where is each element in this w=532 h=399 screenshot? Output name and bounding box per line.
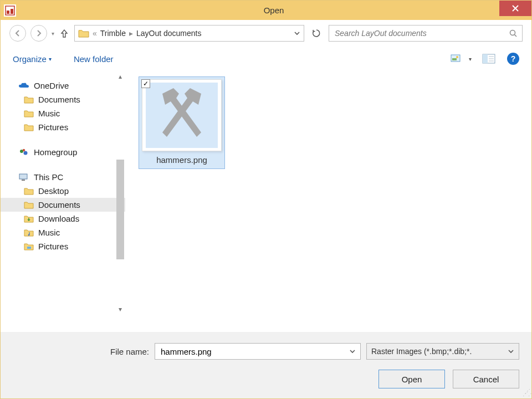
tree-item-desktop[interactable]: Desktop: [1, 184, 125, 198]
tree-item-pictures[interactable]: Pictures: [1, 239, 125, 253]
folder-icon: [24, 242, 34, 251]
svg-point-9: [456, 56, 458, 58]
address-dropdown-icon[interactable]: [294, 30, 300, 37]
tree-item-onedrive-music[interactable]: Music: [1, 106, 125, 120]
scroll-thumb[interactable]: [116, 160, 124, 259]
folder-icon: [24, 214, 34, 223]
nav-row: ▾ « Trimble ▸ LayOut documents: [1, 20, 531, 47]
open-dialog: Open ▾ « Trimble ▸ LayOut documents: [0, 0, 532, 399]
breadcrumb-prefix: «: [93, 29, 97, 38]
bottom-panel: File name: Raster Images (*.bmp;*.dib;*.…: [1, 332, 531, 398]
app-icon: [4, 4, 16, 17]
recent-locations-dropdown-icon[interactable]: ▾: [52, 30, 54, 37]
new-folder-button[interactable]: New folder: [74, 54, 114, 64]
title-bar: Open: [1, 1, 531, 20]
tree-header-homegroup[interactable]: Homegroup: [1, 145, 125, 159]
tree-item-music[interactable]: Music: [1, 226, 125, 239]
search-input[interactable]: [334, 28, 509, 38]
svg-rect-19: [22, 180, 25, 181]
chevron-right-icon: ▸: [129, 29, 133, 38]
help-button[interactable]: ?: [507, 53, 519, 65]
svg-rect-8: [452, 58, 457, 60]
button-row: Open Cancel: [13, 370, 519, 388]
address-bar[interactable]: « Trimble ▸ LayOut documents: [74, 25, 304, 42]
refresh-button[interactable]: [309, 25, 324, 41]
resize-grip-icon[interactable]: ⋰⋰⋰: [523, 390, 530, 397]
back-button[interactable]: [9, 25, 26, 42]
scroll-down-icon[interactable]: ▾: [115, 304, 125, 315]
breadcrumb-part-0[interactable]: Trimble: [100, 29, 126, 38]
chevron-down-icon: ▾: [49, 56, 52, 62]
homegroup-icon: [18, 148, 29, 157]
this-pc-icon: [18, 173, 29, 182]
folder-icon: [24, 123, 34, 132]
file-name-label: File name:: [13, 347, 149, 356]
svg-point-17: [23, 149, 25, 151]
file-item[interactable]: ✓ hammers.png: [139, 76, 225, 169]
svg-rect-18: [19, 174, 27, 179]
tree-scrollbar[interactable]: ▴ ▾: [115, 71, 125, 315]
chevron-down-icon[interactable]: [349, 348, 356, 355]
file-name-input[interactable]: [160, 346, 349, 357]
up-button[interactable]: [59, 28, 70, 39]
file-name-combobox[interactable]: [155, 343, 361, 360]
cancel-button[interactable]: Cancel: [453, 370, 519, 388]
view-dropdown-icon[interactable]: ▾: [469, 56, 472, 62]
tree-item-onedrive-documents[interactable]: Documents: [1, 93, 125, 106]
tree-item-documents[interactable]: Documents: [1, 198, 125, 212]
view-mode-button[interactable]: [450, 51, 466, 66]
svg-rect-2: [11, 9, 13, 14]
nav-tree: OneDrive Documents Music Pictures: [1, 71, 125, 315]
tree-item-downloads[interactable]: Downloads: [1, 212, 125, 226]
main-area: OneDrive Documents Music Pictures: [1, 71, 531, 315]
folder-icon: [78, 28, 89, 38]
folder-icon: [24, 201, 34, 209]
close-button[interactable]: [499, 1, 531, 16]
file-list[interactable]: ✓ hammers.png: [125, 71, 531, 315]
open-button[interactable]: Open: [378, 370, 445, 388]
scroll-up-icon[interactable]: ▴: [115, 71, 125, 82]
svg-point-20: [28, 234, 30, 236]
onedrive-icon: [18, 82, 29, 90]
command-bar: Organize ▾ New folder ▾: [1, 47, 531, 71]
file-type-filter[interactable]: Raster Images (*.bmp;*.dib;*.: [366, 343, 519, 360]
file-name-row: File name: Raster Images (*.bmp;*.dib;*.: [13, 343, 519, 360]
svg-line-6: [515, 35, 517, 37]
breadcrumb-part-1[interactable]: LayOut documents: [136, 29, 202, 38]
svg-point-16: [24, 151, 28, 155]
search-icon[interactable]: [509, 29, 518, 38]
folder-icon: [24, 187, 34, 196]
tree-group-onedrive: OneDrive Documents Music Pictures: [1, 79, 125, 134]
svg-rect-1: [7, 11, 9, 14]
folder-icon: [24, 228, 34, 237]
svg-rect-21: [27, 247, 31, 249]
tree-item-onedrive-pictures[interactable]: Pictures: [1, 120, 125, 134]
chevron-down-icon[interactable]: [508, 348, 514, 355]
file-name: hammers.png: [156, 154, 207, 167]
file-thumbnail: [142, 79, 222, 151]
file-checkbox[interactable]: ✓: [141, 79, 150, 88]
folder-icon: [24, 95, 34, 104]
tree-group-thispc: This PC Desktop Documents Downloads Musi…: [1, 170, 125, 253]
preview-pane-button[interactable]: [482, 51, 497, 66]
svg-rect-11: [483, 54, 488, 63]
tree-header-onedrive[interactable]: OneDrive: [1, 79, 125, 93]
folder-icon: [24, 109, 34, 118]
window-title: Open: [16, 6, 531, 15]
search-box[interactable]: [329, 25, 523, 42]
tree-group-homegroup: Homegroup: [1, 145, 125, 159]
svg-point-5: [510, 30, 515, 35]
organize-menu[interactable]: Organize ▾: [13, 54, 52, 64]
tree-header-thispc[interactable]: This PC: [1, 170, 125, 184]
forward-button[interactable]: [30, 25, 47, 42]
